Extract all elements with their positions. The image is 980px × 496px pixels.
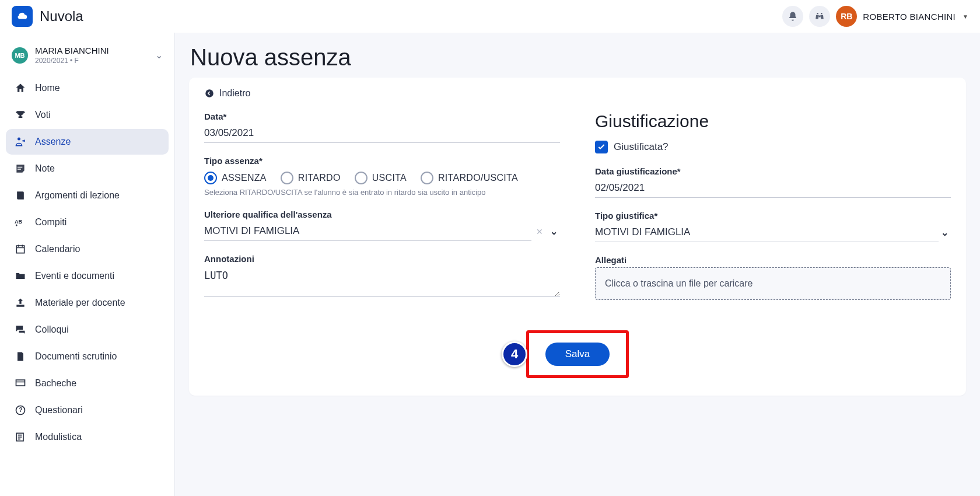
user-avatar[interactable]: RB xyxy=(836,6,857,27)
home-icon xyxy=(14,82,27,94)
nav-modulistica[interactable]: Modulistica xyxy=(6,424,169,450)
just-type-label: Tipo giustifica* xyxy=(595,211,951,221)
page-title: Nuova assenza xyxy=(190,44,966,71)
nav-label: Assenze xyxy=(35,137,71,147)
nav-bacheche[interactable]: Bacheche xyxy=(6,371,169,396)
nav-voti[interactable]: Voti xyxy=(6,102,169,128)
nav-assenze[interactable]: Assenze xyxy=(6,129,169,155)
homework-icon: AB xyxy=(14,216,27,228)
radio-label: RITARDO/USCITA xyxy=(438,173,518,183)
student-selector[interactable]: MB MARIA BIANCHINI 2020/2021 • F ⌄ xyxy=(6,39,169,69)
trophy-icon xyxy=(14,109,27,121)
nav-label: Eventi e documenti xyxy=(35,271,114,281)
nav-materiale[interactable]: Materiale per docente xyxy=(6,290,169,316)
nav-label: Voti xyxy=(35,110,51,120)
type-label: Tipo assenza* xyxy=(204,156,560,166)
qualifier-select[interactable] xyxy=(204,222,531,241)
radio-uscita[interactable]: USCITA xyxy=(355,172,407,184)
book-icon xyxy=(14,190,27,201)
bell-icon xyxy=(788,11,798,22)
user-name[interactable]: ROBERTO BIANCHINI xyxy=(863,12,956,22)
student-year: 2020/2021 • F xyxy=(35,57,109,65)
folder-icon xyxy=(14,270,27,282)
note-icon xyxy=(14,163,27,174)
binoculars-icon xyxy=(814,11,825,22)
step-badge: 4 xyxy=(502,341,527,367)
qualifier-label: Ulteriore qualifica dell'assenza xyxy=(204,209,560,219)
calendar-icon xyxy=(14,243,27,255)
search-button[interactable] xyxy=(809,6,830,27)
nav-compiti[interactable]: AB Compiti xyxy=(6,209,169,235)
back-link[interactable]: Indietro xyxy=(204,88,250,99)
svg-text:AB: AB xyxy=(15,219,23,225)
nav-label: Compiti xyxy=(35,217,66,228)
person-leave-icon xyxy=(14,136,27,148)
nav-questionari[interactable]: ? Questionari xyxy=(6,397,169,423)
app-title: Nuvola xyxy=(40,8,83,25)
nav-label: Modulistica xyxy=(35,432,82,442)
justification-title: Giustificazione xyxy=(595,111,951,131)
justified-checkbox[interactable]: Giustificata? xyxy=(595,141,951,153)
form-icon xyxy=(14,431,27,443)
svg-text:?: ? xyxy=(19,407,23,413)
nav-calendario[interactable]: Calendario xyxy=(6,236,169,262)
just-date-input[interactable] xyxy=(595,179,951,198)
highlight-box: Salva xyxy=(526,330,629,378)
form-card: Indietro Data* Tipo assenza* ASSENZ xyxy=(189,78,966,396)
save-button[interactable]: Salva xyxy=(545,343,610,366)
app-logo[interactable] xyxy=(12,6,33,27)
svg-point-0 xyxy=(18,138,20,141)
sidebar: MB MARIA BIANCHINI 2020/2021 • F ⌄ Home … xyxy=(0,33,175,496)
back-label: Indietro xyxy=(219,88,250,99)
svg-point-4 xyxy=(205,89,214,97)
chat-icon xyxy=(14,324,27,336)
radio-assenza[interactable]: ASSENZA xyxy=(204,172,267,184)
nav-label: Note xyxy=(35,163,55,174)
radio-ritardo-uscita[interactable]: RITARDO/USCITA xyxy=(421,172,518,184)
nav-label: Home xyxy=(35,83,60,93)
radio-ritardo[interactable]: RITARDO xyxy=(281,172,341,184)
chevron-down-icon[interactable]: ⌄ xyxy=(939,227,951,238)
nav-label: Bacheche xyxy=(35,378,76,389)
notes-label: Annotazioni xyxy=(204,254,560,264)
just-type-select[interactable] xyxy=(595,223,939,242)
help-icon: ? xyxy=(14,404,27,416)
radio-label: USCITA xyxy=(372,173,407,183)
nav-label: Colloqui xyxy=(35,324,69,335)
just-date-label: Data giustificazione* xyxy=(595,166,951,176)
attachments-dropzone[interactable]: Clicca o trascina un file per caricare xyxy=(595,267,951,300)
radio-label: RITARDO xyxy=(298,173,341,183)
document-icon xyxy=(14,351,27,362)
student-name: MARIA BIANCHINI xyxy=(35,46,109,55)
nav-argomenti[interactable]: Argomenti di lezione xyxy=(6,183,169,208)
arrow-left-circle-icon xyxy=(204,88,215,99)
notifications-button[interactable] xyxy=(782,6,803,27)
nav-label: Questionari xyxy=(35,405,83,415)
notes-textarea[interactable] xyxy=(204,266,560,297)
radio-label: ASSENZA xyxy=(222,173,267,183)
checkbox-label: Giustificata? xyxy=(614,141,668,153)
type-helper: Seleziona RITARDO/USCITA se l'alunno è s… xyxy=(204,188,560,197)
attachments-label: Allegati xyxy=(595,255,951,265)
date-label: Data* xyxy=(204,111,560,121)
nav-label: Materiale per docente xyxy=(35,298,125,308)
student-avatar: MB xyxy=(12,47,28,64)
chevron-down-icon[interactable]: ▼ xyxy=(963,13,968,20)
nav-colloqui[interactable]: Colloqui xyxy=(6,317,169,343)
nav-home[interactable]: Home xyxy=(6,75,169,101)
chevron-down-icon[interactable]: ⌄ xyxy=(548,226,560,237)
date-input[interactable] xyxy=(204,124,560,143)
checkbox-checked-icon xyxy=(595,141,608,153)
nav-label: Argomenti di lezione xyxy=(35,190,120,201)
chevron-down-icon: ⌄ xyxy=(155,50,163,61)
topbar: Nuvola RB ROBERTO BIANCHINI ▼ xyxy=(0,0,980,33)
nav-note[interactable]: Note xyxy=(6,156,169,181)
main-content: Nuova assenza Indietro Data* Tipo assenz… xyxy=(175,33,980,496)
nav-label: Documenti scrutinio xyxy=(35,351,117,362)
nav-scrutinio[interactable]: Documenti scrutinio xyxy=(6,344,169,369)
nav-eventi[interactable]: Eventi e documenti xyxy=(6,263,169,289)
upload-icon xyxy=(14,297,27,309)
clear-icon[interactable]: ✕ xyxy=(531,227,548,236)
board-icon xyxy=(14,378,27,389)
nav-label: Calendario xyxy=(35,244,80,254)
